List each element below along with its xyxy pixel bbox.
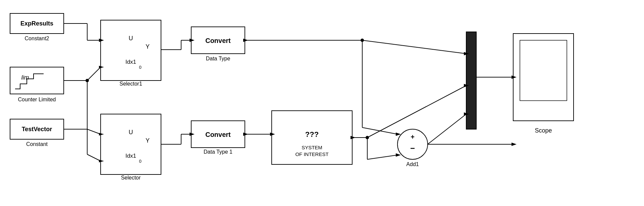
selector1-idx: Idx1 (125, 59, 136, 65)
wire-sys-add1-h (367, 155, 397, 159)
testvector-sublabel: Constant (26, 141, 48, 147)
arrow-c2-out (243, 133, 248, 136)
selector1-idx-sub: 0 (139, 65, 141, 70)
system-qqq: ??? (305, 130, 319, 139)
scope-label: Scope (535, 127, 552, 134)
selector-y: Y (146, 137, 150, 144)
counter-sublabel: Counter Limited (18, 97, 56, 102)
system-sublabel1: SYSTEM (302, 145, 322, 150)
selector1-label: Selector1 (119, 81, 142, 87)
add1-plus: + (411, 133, 415, 141)
constant2-label: ExpResults (20, 20, 53, 27)
scope-display (520, 40, 567, 101)
selector1-u: U (129, 35, 133, 42)
wire-add1-mux (428, 114, 466, 144)
wire-junct-s-idx (87, 154, 101, 161)
convert1-sublabel: Data Type (206, 56, 230, 61)
arrow-sys-out (351, 136, 356, 139)
arrow-scope-bot (512, 143, 517, 146)
convert2-label: Convert (205, 131, 231, 138)
add1-label: Add1 (406, 161, 419, 167)
counter-block[interactable] (10, 67, 64, 94)
add1-minus: − (410, 144, 415, 153)
selector-idx-sub: 0 (139, 159, 141, 164)
diagram: ExpResults Constant2 Counter Limited Tes… (0, 0, 644, 206)
convert1-label: Convert (205, 37, 231, 44)
wire-junct-s1idx (87, 67, 101, 81)
selector1-y: Y (146, 43, 150, 50)
wire-tv-s-u2 (87, 129, 101, 134)
selector-idx: Idx1 (125, 153, 136, 159)
wire-top-mux1 (362, 40, 466, 54)
arrow-c1-out (243, 39, 248, 42)
counter-lim-label: lim (21, 74, 29, 81)
testvector-label: TestVector (22, 126, 52, 133)
selector-u: U (129, 129, 133, 136)
selector1-block[interactable] (101, 20, 161, 81)
selector-label: Selector (121, 175, 141, 181)
selector-block[interactable] (101, 114, 161, 174)
arrow-add1-bottom (396, 153, 401, 157)
convert2-sublabel: Data Type 1 (204, 149, 232, 155)
constant2-sublabel: Constant2 (25, 36, 49, 41)
mux-block[interactable] (466, 32, 476, 129)
system-sublabel2: OF INTEREST (295, 151, 328, 157)
